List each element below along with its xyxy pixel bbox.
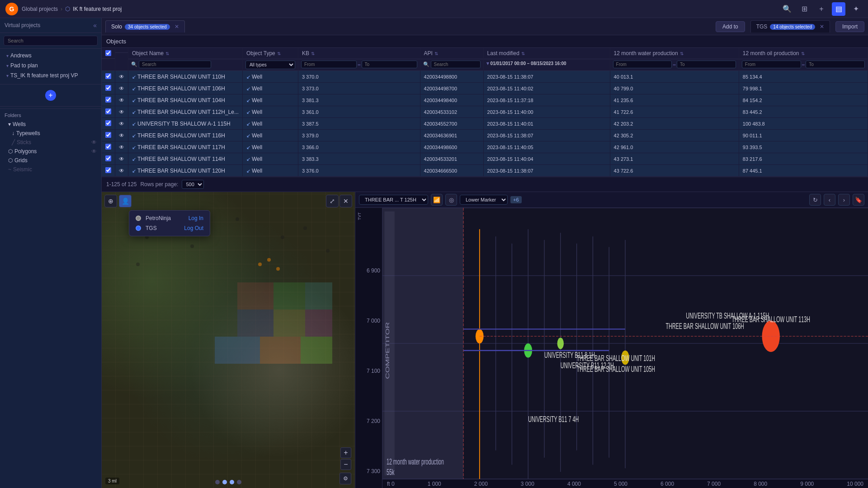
folder-wells[interactable]: ▾ Wells — [5, 120, 97, 129]
sidebar-collapse-btn[interactable]: « — [93, 22, 97, 29]
filter-water-to[interactable] — [677, 61, 736, 68]
map-icon[interactable]: ✦ — [849, 2, 863, 16]
th-last-modified: Last modified ⇅ ▾ 01/01/2017 00:00 – 08/… — [483, 48, 610, 71]
row-modified: 2023-08-15 11:38:07 — [483, 130, 610, 141]
tab-tgs[interactable]: TGS 14 objects selected ✕ — [750, 20, 830, 33]
sort-water-prod-icon[interactable]: ⇅ — [680, 51, 684, 56]
chart-prev-icon[interactable]: ‹ — [824, 194, 835, 206]
row-checkbox[interactable] — [105, 144, 111, 150]
add-virtual-project-btn[interactable]: + — [45, 90, 56, 101]
filter-kb-to[interactable] — [362, 61, 417, 68]
filter-water-from[interactable] — [613, 61, 672, 68]
rows-per-page-select[interactable]: 500 100 250 — [182, 180, 204, 189]
filter-object-name-input[interactable] — [139, 61, 211, 68]
tree-item-pad[interactable]: ▾ Pad to plan — [0, 61, 101, 70]
tab-tgs-close[interactable]: ✕ — [820, 23, 824, 30]
map-close: ✕ — [340, 195, 352, 207]
satellite-map[interactable]: ⊕ 👤 PetroNinja Log In TGS Lo — [102, 192, 355, 488]
visibility-icon[interactable]: 👁 — [119, 97, 124, 103]
breadcrumb-root[interactable]: Global projects — [22, 6, 58, 12]
visibility-icon[interactable]: 👁 — [119, 168, 124, 174]
sort-object-name-icon[interactable]: ⇅ — [165, 51, 169, 56]
tree-item-ts[interactable]: ▾ TS_IK ft feature test proj VP — [0, 70, 101, 80]
visibility-icon[interactable]: 👁 — [119, 132, 124, 139]
sort-kb-icon[interactable]: ⇅ — [311, 51, 315, 56]
sort-object-type-icon[interactable]: ⇅ — [277, 51, 281, 56]
filter-oil-from[interactable] — [742, 61, 801, 68]
map-dot-3[interactable] — [230, 480, 234, 484]
map-dot-2[interactable] — [222, 480, 227, 484]
sort-oil-prod-icon[interactable]: ⇅ — [801, 51, 805, 56]
tree-item-andrews[interactable]: ▾ Andrews — [0, 51, 101, 61]
map-layer-btn[interactable]: ⊕ — [104, 195, 117, 207]
folder-polygons[interactable]: ⬡ Polygons 👁 — [5, 147, 97, 156]
sidebar-search-input[interactable] — [4, 36, 98, 46]
th-kb: KB ⇅ – — [298, 48, 420, 71]
chart-main: THREE BAR SHALLOW UNIT 113H UNIVERSITY T… — [382, 208, 868, 479]
filter-object-type-select[interactable]: All types — [245, 61, 295, 69]
map-zoom-out-btn[interactable]: − — [340, 459, 351, 470]
visibility-icon[interactable]: 👁 — [119, 85, 124, 92]
sort-api-icon[interactable]: ⇅ — [434, 51, 438, 56]
filter-oil-to[interactable] — [806, 61, 865, 68]
map-dot-1[interactable] — [215, 480, 220, 484]
row-checkbox[interactable] — [105, 167, 111, 173]
visibility-icon[interactable]: 👁 — [119, 74, 124, 80]
map-close-btn[interactable]: ✕ — [340, 195, 352, 207]
chart-bookmark-icon[interactable]: 🔖 — [853, 194, 864, 206]
visibility-icon[interactable]: 👁 — [119, 156, 124, 162]
visibility-icon[interactable]: 👁 — [119, 121, 124, 127]
tab-solo[interactable]: Solo 34 objects selected ✕ — [105, 20, 185, 33]
svg-rect-7 — [301, 337, 332, 364]
folder-polygons-icon: ⬡ — [8, 148, 13, 155]
visibility-icon[interactable]: 👁 — [119, 109, 124, 115]
folder-typewells[interactable]: ↓ Typewells — [5, 129, 97, 138]
import-btn[interactable]: Import — [835, 21, 864, 32]
row-checkbox[interactable] — [105, 97, 111, 103]
visibility-icon[interactable]: 👁 — [119, 144, 124, 150]
chart-next-icon[interactable]: › — [838, 194, 850, 206]
row-checkbox[interactable] — [105, 120, 111, 126]
folder-typewells-label: Typewells — [16, 130, 40, 136]
map-person-btn[interactable]: 👤 — [119, 195, 132, 207]
tab-solo-close[interactable]: ✕ — [175, 23, 179, 30]
folder-grids[interactable]: ⬡ Grids — [5, 156, 97, 165]
chart-marker-select[interactable]: Lower Marker — [460, 195, 508, 205]
map-zoom-in-btn[interactable]: + — [340, 447, 351, 458]
table-icon[interactable]: ▤ — [832, 2, 845, 16]
row-checkbox[interactable] — [105, 85, 111, 91]
select-all-checkbox[interactable] — [105, 50, 111, 56]
plus-icon[interactable]: + — [815, 2, 828, 16]
object-type-icon: ↙ — [246, 156, 250, 162]
chart-wifi-icon[interactable]: 📶 — [431, 194, 443, 206]
filter-kb-from[interactable] — [301, 61, 357, 68]
map-expand-btn[interactable]: ⤢ — [326, 195, 339, 207]
chart-plus-badge[interactable]: +6 — [510, 196, 522, 203]
folder-seismic[interactable]: ~ Seismic — [5, 165, 97, 174]
chart-y-label: TVT — [357, 212, 380, 220]
map-settings-btn[interactable]: ⚙ — [340, 473, 351, 484]
chart-well-select[interactable]: THREE BAR ... T 125H — [359, 195, 428, 205]
filter-api-input[interactable] — [431, 61, 481, 68]
petroninja-login-btn[interactable]: Log In — [189, 215, 203, 221]
row-checkbox[interactable] — [105, 132, 111, 138]
chart-refresh-icon[interactable]: ↻ — [809, 194, 821, 206]
row-checkbox[interactable] — [105, 155, 111, 161]
row-checkbox[interactable] — [105, 73, 111, 79]
folder-sticks[interactable]: ╱ Sticks 👁 — [5, 138, 97, 147]
row-visibility-cell: 👁 — [115, 106, 128, 118]
sort-last-modified-icon[interactable]: ⇅ — [521, 51, 525, 56]
row-checkbox[interactable] — [105, 108, 111, 114]
object-type-text: Well — [252, 168, 262, 174]
chart-target-icon[interactable]: ◎ — [445, 194, 457, 206]
add-to-btn[interactable]: Add to — [716, 21, 745, 32]
grid-icon[interactable]: ⊞ — [797, 2, 811, 16]
tgs-logout-btn[interactable]: Log Out — [184, 225, 203, 231]
svg-point-16 — [326, 249, 330, 253]
map-dot-4[interactable] — [237, 480, 241, 484]
map-panel: ⊕ 👤 PetroNinja Log In TGS Lo — [102, 192, 355, 488]
well-type-icon: ↙ — [132, 109, 136, 115]
search-icon[interactable]: 🔍 — [780, 2, 794, 16]
tab-solo-label: Solo — [111, 23, 122, 30]
th-object-type-label: Object Type — [246, 50, 275, 56]
